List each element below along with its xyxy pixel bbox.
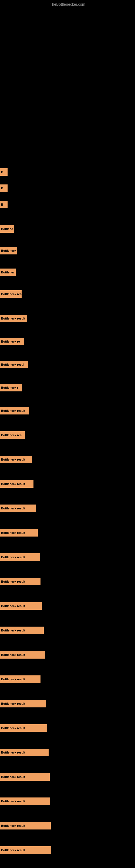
bottleneck-result-bar: B bbox=[0, 184, 8, 192]
bar-item: Bottleneck resul bbox=[0, 361, 28, 368]
bar-item: Bottleneck result bbox=[0, 529, 38, 536]
bottleneck-result-bar: Bottleneck result bbox=[0, 529, 38, 536]
bottleneck-result-bar: Bottleneck res bbox=[0, 431, 25, 439]
bar-item: Bottlenec bbox=[0, 269, 16, 276]
bottleneck-result-bar: Bottleneck result bbox=[0, 675, 41, 683]
bottleneck-result-bar: Bottleneck result bbox=[0, 456, 32, 463]
bottleneck-result-bar: Bottleneck re bbox=[0, 338, 24, 345]
bottleneck-result-bar: Bottleneck result bbox=[0, 480, 34, 488]
bar-item: Bottleneck result bbox=[0, 846, 51, 854]
bar-item: B bbox=[0, 168, 8, 176]
bottleneck-result-bar: Bottleneck result bbox=[0, 553, 40, 561]
bar-item: Bottlene bbox=[0, 225, 14, 233]
bottleneck-result-bar: Bottlenec bbox=[0, 269, 16, 276]
bar-item: Bottleneck res bbox=[0, 290, 21, 298]
bottleneck-result-bar: Bottleneck r bbox=[0, 384, 22, 392]
bar-item: B bbox=[0, 184, 8, 192]
site-title: TheBottlenecker.com bbox=[50, 2, 85, 6]
bar-item: Bottleneck result bbox=[0, 724, 47, 732]
bar-item: Bottleneck result bbox=[0, 553, 40, 561]
bottleneck-result-bar: Bottleneck result bbox=[0, 504, 36, 512]
bar-item: Bottleneck result bbox=[0, 651, 45, 659]
bar-item: Bottleneck res bbox=[0, 431, 25, 439]
bottleneck-result-bar: Bottleneck resul bbox=[0, 361, 28, 368]
bar-item: Bottleneck r bbox=[0, 384, 22, 392]
bar-item: Bottleneck result bbox=[0, 315, 27, 322]
bar-item: Bottleneck result bbox=[0, 504, 36, 512]
bottleneck-result-bar: Bottleneck res bbox=[0, 290, 21, 298]
bar-item: Bottleneck result bbox=[0, 480, 34, 488]
bottleneck-result-bar: Bottleneck result bbox=[0, 822, 51, 830]
bottleneck-result-bar: Bottleneck result bbox=[0, 407, 29, 414]
bottleneck-result-bar: Bottleneck r bbox=[0, 247, 17, 254]
bottleneck-result-bar: Bottleneck result bbox=[0, 773, 50, 781]
bar-item: Bottleneck result bbox=[0, 822, 51, 830]
bottleneck-result-bar: Bottleneck result bbox=[0, 578, 41, 585]
bar-item: Bottleneck result bbox=[0, 627, 44, 634]
bar-item: Bottleneck result bbox=[0, 749, 49, 756]
bar-item: Bottleneck result bbox=[0, 456, 32, 463]
bar-item: Bottleneck result bbox=[0, 602, 42, 610]
bar-item: Bottleneck result bbox=[0, 798, 50, 805]
bottleneck-result-bar: Bottleneck result bbox=[0, 798, 50, 805]
bar-item: Bottleneck result bbox=[0, 700, 46, 707]
bottleneck-result-bar: Bottleneck result bbox=[0, 602, 42, 610]
bottleneck-result-bar: Bottleneck result bbox=[0, 651, 45, 659]
bottleneck-result-bar: Bottleneck result bbox=[0, 749, 49, 756]
bar-item: B bbox=[0, 201, 8, 208]
bottleneck-result-bar: B bbox=[0, 168, 8, 176]
bar-item: Bottleneck r bbox=[0, 247, 17, 254]
bar-item: Bottleneck result bbox=[0, 407, 29, 414]
bottleneck-result-bar: Bottleneck result bbox=[0, 700, 46, 707]
bar-item: Bottleneck result bbox=[0, 675, 41, 683]
bottleneck-result-bar: Bottleneck result bbox=[0, 315, 27, 322]
bottleneck-result-bar: Bottleneck result bbox=[0, 846, 51, 854]
bar-item: Bottleneck re bbox=[0, 338, 24, 345]
bottleneck-result-bar: Bottlene bbox=[0, 225, 14, 233]
bottleneck-result-bar: Bottleneck result bbox=[0, 724, 47, 732]
bar-item: Bottleneck result bbox=[0, 773, 50, 781]
bottleneck-result-bar: B bbox=[0, 201, 8, 208]
bottleneck-result-bar: Bottleneck result bbox=[0, 627, 44, 634]
bar-item: Bottleneck result bbox=[0, 578, 41, 585]
